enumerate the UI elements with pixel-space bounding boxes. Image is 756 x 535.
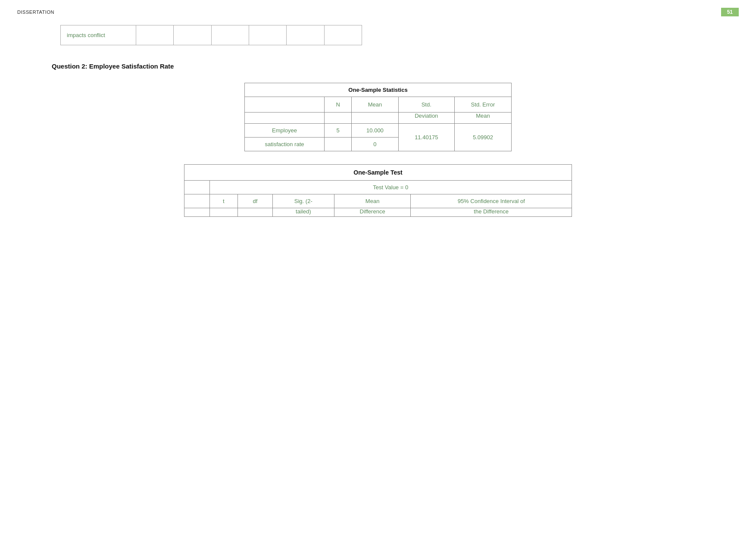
test-table-title: One-Sample Test (184, 165, 572, 181)
table-row: impacts conflict (61, 25, 362, 45)
empty-cell-6 (324, 25, 362, 45)
stats-row-stderr: 5.09902 (454, 124, 511, 151)
test-col-df: df (238, 194, 272, 208)
stats-col-stderr-2: Mean (454, 113, 511, 124)
stats-row-mean-1: 10.000 (352, 124, 399, 138)
one-sample-test-container: One-Sample Test Test Value = 0 t df Sig.… (0, 164, 756, 217)
stats-col-header-row-1: N Mean Std. Std. Error (245, 97, 512, 113)
stats-row-mean-2: 0 (352, 138, 399, 151)
test-col-mean-1: Mean (334, 194, 411, 208)
test-value-label: Test Value = 0 (209, 181, 572, 194)
question-2-heading: Question 2: Employee Satisfaction Rate (52, 63, 756, 70)
top-table-container: impacts conflict (0, 21, 756, 45)
empty-cell-5 (287, 25, 324, 45)
empty-cell-3 (211, 25, 249, 45)
one-sample-test-table: One-Sample Test Test Value = 0 t df Sig.… (184, 164, 572, 217)
stats-col-std: Std. (398, 97, 454, 113)
test-col-header-row-1: t df Sig. (2- Mean 95% Confidence Interv… (184, 194, 572, 208)
test-col-df-empty (238, 208, 272, 217)
one-sample-statistics-table: One-Sample Statistics N Mean Std. Std. E… (244, 83, 512, 151)
row-label-cell: impacts conflict (61, 25, 136, 45)
test-col-sig-1: Sig. (2- (272, 194, 334, 208)
stats-data-row-1: Employee 5 10.000 11.40175 5.09902 (245, 124, 512, 138)
stats-col-n-2 (324, 113, 351, 124)
test-col-t-empty (209, 208, 238, 217)
stats-col-deviation: Deviation (398, 113, 454, 124)
stats-row-label-2: satisfaction rate (245, 138, 325, 151)
page-header: DISSERTATION 51 (0, 0, 756, 21)
test-header-empty-1 (184, 194, 210, 208)
stats-empty-header-2 (245, 113, 325, 124)
stats-col-stderr: Std. Error (454, 97, 511, 113)
stats-col-n: N (324, 97, 351, 113)
stats-col-header-row-2: Deviation Mean (245, 113, 512, 124)
page-number-badge: 51 (721, 8, 739, 16)
stats-row-label-1: Employee (245, 124, 325, 138)
test-col-header-row-2: tailed) Difference the Difference (184, 208, 572, 217)
empty-cell-2 (174, 25, 211, 45)
stats-col-mean-2 (352, 113, 399, 124)
stats-table-title: One-Sample Statistics (245, 83, 512, 97)
test-col-t: t (209, 194, 238, 208)
empty-cell-1 (136, 25, 173, 45)
test-col-mean-2: Difference (334, 208, 411, 217)
one-sample-statistics-container: One-Sample Statistics N Mean Std. Std. E… (0, 83, 756, 151)
impacts-conflict-table: impacts conflict (60, 25, 362, 45)
test-col-ci-1: 95% Confidence Interval of (411, 194, 572, 208)
test-value-empty (184, 181, 210, 194)
test-col-ci-2: the Difference (411, 208, 572, 217)
test-title-row: One-Sample Test (184, 165, 572, 181)
stats-row-std: 11.40175 (398, 124, 454, 151)
stats-col-mean: Mean (352, 97, 399, 113)
stats-empty-header (245, 97, 325, 113)
stats-row-n: 5 (324, 124, 351, 138)
dissertation-label: DISSERTATION (17, 9, 54, 15)
stats-row-n-empty (324, 138, 351, 151)
test-value-row: Test Value = 0 (184, 181, 572, 194)
empty-cell-4 (249, 25, 286, 45)
test-header-empty-2 (184, 208, 210, 217)
stats-title-row: One-Sample Statistics (245, 83, 512, 97)
test-col-sig-2: tailed) (272, 208, 334, 217)
